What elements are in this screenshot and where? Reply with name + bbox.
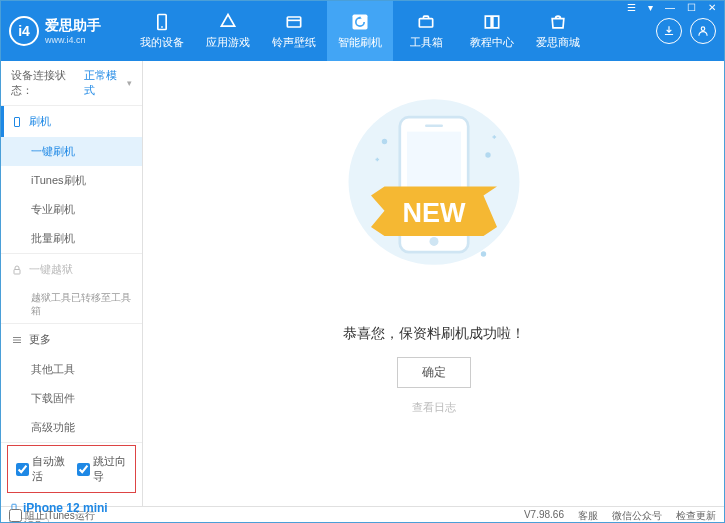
phone-icon	[11, 116, 23, 128]
close-icon[interactable]: ✕	[705, 2, 719, 13]
connection-status[interactable]: 设备连接状态： 正常模式 ▾	[1, 61, 142, 106]
block-itunes-checkbox[interactable]: 阻止iTunes运行	[9, 509, 95, 523]
sidebar-item-other-tools[interactable]: 其他工具	[1, 355, 142, 384]
jailbreak-note: 越狱工具已转移至工具箱	[1, 285, 142, 323]
options-highlight: 自动激活 跳过向导	[7, 445, 136, 493]
sidebar-section-jailbreak[interactable]: 一键越狱	[1, 254, 142, 285]
svg-point-16	[429, 237, 438, 246]
sidebar-item-batch-flash[interactable]: 批量刷机	[1, 224, 142, 253]
nav-tutorials[interactable]: 教程中心	[459, 1, 525, 61]
apps-icon	[218, 12, 238, 32]
checkbox-input[interactable]	[16, 463, 29, 476]
status-label: 设备连接状态：	[11, 68, 80, 98]
user-button[interactable]	[690, 18, 716, 44]
svg-point-20	[485, 152, 490, 157]
footer-update[interactable]: 检查更新	[676, 509, 716, 523]
logo[interactable]: i4 爱思助手 www.i4.cn	[9, 16, 129, 46]
checkbox-skip-guide[interactable]: 跳过向导	[77, 454, 128, 484]
svg-rect-8	[14, 269, 20, 274]
view-log-link[interactable]: 查看日志	[412, 400, 456, 415]
menu-icon	[11, 334, 23, 346]
settings-icon[interactable]: ☰	[624, 2, 639, 13]
lock-icon	[11, 264, 23, 276]
download-icon	[662, 24, 676, 38]
svg-text:NEW: NEW	[402, 198, 466, 228]
nav-toolbox[interactable]: 工具箱	[393, 1, 459, 61]
nav-store[interactable]: 爱思商城	[525, 1, 591, 61]
checkbox-input[interactable]	[9, 509, 22, 522]
sidebar-item-download-fw[interactable]: 下载固件	[1, 384, 142, 413]
sidebar-item-itunes-flash[interactable]: iTunes刷机	[1, 166, 142, 195]
minimize-icon[interactable]: —	[662, 2, 678, 13]
user-icon	[696, 24, 710, 38]
nav-my-device[interactable]: 我的设备	[129, 1, 195, 61]
svg-rect-7	[15, 117, 20, 126]
footer-wechat[interactable]: 微信公众号	[612, 509, 662, 523]
checkbox-input[interactable]	[77, 463, 90, 476]
maximize-icon[interactable]: ☐	[684, 2, 699, 13]
chevron-down-icon: ▾	[127, 78, 132, 88]
sidebar-item-pro-flash[interactable]: 专业刷机	[1, 195, 142, 224]
app-url: www.i4.cn	[45, 35, 101, 45]
logo-icon: i4	[9, 16, 39, 46]
tray-icon[interactable]: ▾	[645, 2, 656, 13]
nav-flash[interactable]: 智能刷机	[327, 1, 393, 61]
sidebar: 设备连接状态： 正常模式 ▾ 刷机 一键刷机 iTunes刷机 专业刷机 批量刷…	[1, 61, 143, 506]
success-illustration: NEW	[344, 91, 524, 311]
svg-rect-17	[425, 124, 443, 127]
app-name: 爱思助手	[45, 17, 101, 35]
book-icon	[482, 12, 502, 32]
store-icon	[548, 12, 568, 32]
main-content: NEW 恭喜您，保资料刷机成功啦！ 确定 查看日志	[143, 61, 724, 506]
header: i4 爱思助手 www.i4.cn 我的设备 应用游戏 铃声壁纸 智能刷机 工具…	[1, 1, 724, 61]
sidebar-section-more[interactable]: 更多	[1, 324, 142, 355]
status-value: 正常模式	[84, 68, 123, 98]
svg-point-19	[381, 139, 386, 144]
refresh-icon	[350, 12, 370, 32]
nav-apps[interactable]: 应用游戏	[195, 1, 261, 61]
media-icon	[284, 12, 304, 32]
svg-point-6	[701, 27, 705, 31]
svg-rect-2	[287, 17, 300, 27]
svg-rect-5	[419, 19, 432, 27]
checkbox-auto-activate[interactable]: 自动激活	[16, 454, 67, 484]
phone-icon	[152, 12, 172, 32]
sidebar-item-advanced[interactable]: 高级功能	[1, 413, 142, 442]
sidebar-item-oneclick-flash[interactable]: 一键刷机	[1, 137, 142, 166]
main-nav: 我的设备 应用游戏 铃声壁纸 智能刷机 工具箱 教程中心 爱思商城	[129, 1, 656, 61]
sidebar-section-flash[interactable]: 刷机	[1, 106, 142, 137]
footer-support[interactable]: 客服	[578, 509, 598, 523]
success-message: 恭喜您，保资料刷机成功啦！	[343, 325, 525, 343]
download-button[interactable]	[656, 18, 682, 44]
version-label: V7.98.66	[524, 509, 564, 523]
confirm-button[interactable]: 确定	[397, 357, 471, 388]
svg-point-21	[480, 251, 485, 256]
toolbox-icon	[416, 12, 436, 32]
nav-ringtones[interactable]: 铃声壁纸	[261, 1, 327, 61]
